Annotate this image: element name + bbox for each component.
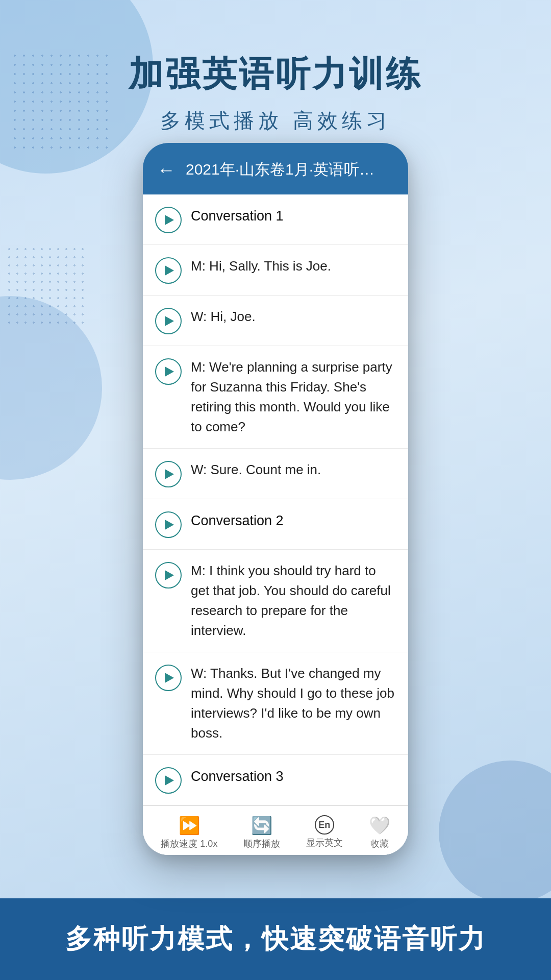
conversation-header-1: Conversation 1 xyxy=(191,206,396,227)
toolbar-repeat[interactable]: 🔄 顺序播放 xyxy=(243,815,280,850)
speed-label: 播放速度 1.0x xyxy=(161,838,217,850)
play-icon-3 xyxy=(165,316,174,326)
play-icon-5 xyxy=(165,469,174,479)
conv-line-5: M: I think you should try hard to get th… xyxy=(191,561,396,641)
play-button-9[interactable] xyxy=(155,767,182,794)
play-button-4[interactable] xyxy=(155,358,182,385)
play-button-1[interactable] xyxy=(155,207,182,233)
repeat-icon: 🔄 xyxy=(251,815,272,836)
conversation-list: Conversation 1 M: Hi, Sally. This is Joe… xyxy=(143,194,408,805)
play-icon-8 xyxy=(165,673,174,683)
conversation-header-3: Conversation 3 xyxy=(191,766,396,787)
en-icon: En xyxy=(315,815,334,835)
speed-icon: ⏩ xyxy=(179,815,200,836)
hero-title: 加强英语听力训练 xyxy=(0,51,551,97)
list-item: Conversation 3 xyxy=(143,755,408,805)
conv-line-6: W: Thanks. But I've changed my mind. Why… xyxy=(191,664,396,743)
conv-line-4: W: Sure. Count me in. xyxy=(191,460,396,480)
bottom-banner: 多种听力模式，快速突破语音听力 xyxy=(0,898,551,980)
play-button-8[interactable] xyxy=(155,665,182,691)
list-item: M: We're planning a surprise party for S… xyxy=(143,346,408,449)
lang-label: 显示英文 xyxy=(306,837,343,849)
play-button-7[interactable] xyxy=(155,562,182,589)
toolbar-lang[interactable]: En 显示英文 xyxy=(306,815,343,850)
list-item: W: Hi, Joe. xyxy=(143,296,408,346)
deco-shape-bottom xyxy=(439,761,551,903)
list-item: Conversation 2 xyxy=(143,499,408,550)
play-button-2[interactable] xyxy=(155,257,182,284)
play-icon-4 xyxy=(165,366,174,377)
app-toolbar: ⏩ 播放速度 1.0x 🔄 顺序播放 En 显示英文 🤍 收藏 xyxy=(143,805,408,855)
play-icon-6 xyxy=(165,520,174,530)
phone-mockup-wrapper: ← 2021年·山东卷1月·英语听… Conversation 1 M: Hi,… xyxy=(143,143,408,855)
toolbar-fav[interactable]: 🤍 收藏 xyxy=(369,815,390,850)
deco-dots-mid xyxy=(5,245,87,327)
play-icon-1 xyxy=(165,215,174,225)
phone-mockup: ← 2021年·山东卷1月·英语听… Conversation 1 M: Hi,… xyxy=(143,143,408,855)
app-header-title: 2021年·山东卷1月·英语听… xyxy=(186,159,394,180)
list-item: Conversation 1 xyxy=(143,194,408,245)
bottom-banner-text: 多种听力模式，快速突破语音听力 xyxy=(65,921,486,957)
play-button-3[interactable] xyxy=(155,308,182,334)
back-button[interactable]: ← xyxy=(157,161,176,179)
hero-section: 加强英语听力训练 多模式播放 高效练习 xyxy=(0,51,551,135)
play-button-5[interactable] xyxy=(155,461,182,487)
play-icon-2 xyxy=(165,265,174,276)
play-icon-9 xyxy=(165,775,174,786)
hero-subtitle: 多模式播放 高效练习 xyxy=(0,107,551,135)
play-button-6[interactable] xyxy=(155,511,182,538)
list-item: W: Thanks. But I've changed my mind. Why… xyxy=(143,652,408,755)
conv-line-1: M: Hi, Sally. This is Joe. xyxy=(191,256,396,276)
repeat-label: 顺序播放 xyxy=(243,838,280,850)
toolbar-speed[interactable]: ⏩ 播放速度 1.0x xyxy=(161,815,217,850)
fav-label: 收藏 xyxy=(370,838,389,850)
list-item: M: Hi, Sally. This is Joe. xyxy=(143,245,408,296)
list-item: M: I think you should try hard to get th… xyxy=(143,550,408,652)
heart-icon: 🤍 xyxy=(369,815,390,836)
conversation-header-2: Conversation 2 xyxy=(191,510,396,531)
app-header: ← 2021年·山东卷1月·英语听… xyxy=(143,143,408,194)
list-item: W: Sure. Count me in. xyxy=(143,449,408,499)
play-icon-7 xyxy=(165,570,174,580)
conv-line-3: M: We're planning a surprise party for S… xyxy=(191,357,396,437)
conv-line-2: W: Hi, Joe. xyxy=(191,307,396,327)
